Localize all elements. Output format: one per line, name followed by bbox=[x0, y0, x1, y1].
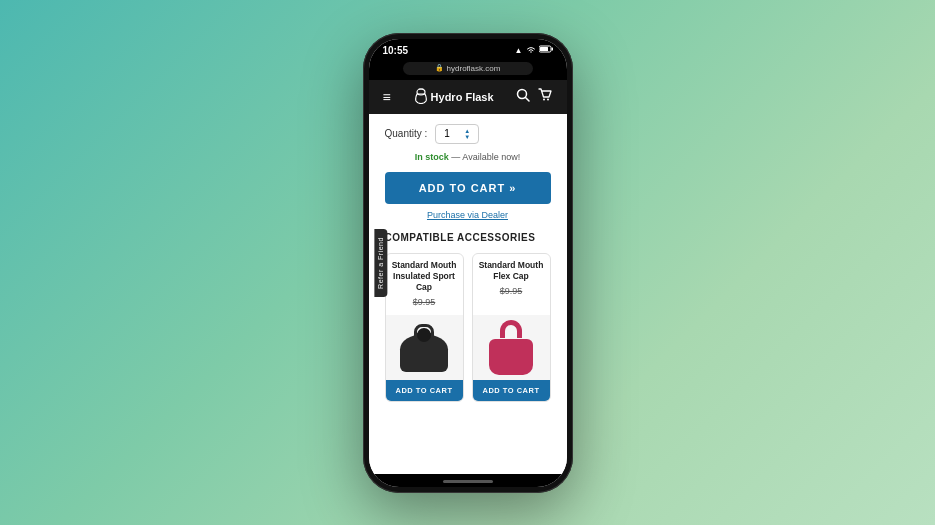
svg-line-6 bbox=[526, 98, 530, 102]
quantity-arrows[interactable]: ▲ ▼ bbox=[464, 128, 470, 140]
quantity-selector[interactable]: 1 ▲ ▼ bbox=[435, 124, 479, 144]
sport-cap-name: Standard Mouth Insulated Sport Cap bbox=[392, 260, 457, 293]
sport-cap-image bbox=[386, 315, 463, 380]
flask-icon bbox=[414, 88, 428, 106]
accessories-grid: Standard Mouth Insulated Sport Cap $9.95 bbox=[385, 253, 551, 402]
accessories-title: COMPATIBLE ACCESSORIES bbox=[385, 232, 551, 243]
add-sport-cap-button[interactable]: ADD TO CART bbox=[386, 380, 463, 401]
flex-cap-image bbox=[473, 315, 550, 380]
brand-logo[interactable]: Hydro Flask bbox=[414, 88, 494, 106]
page-content: Refer a Friend Quantity : 1 ▲ ▼ bbox=[369, 114, 567, 474]
flex-cap-handle bbox=[500, 320, 522, 338]
purchase-dealer-link[interactable]: Purchase via Dealer bbox=[385, 210, 551, 220]
refer-friend-tab[interactable]: Refer a Friend bbox=[374, 229, 387, 297]
sport-cap-visual bbox=[399, 322, 449, 372]
nav-bar: ≡ Hydro Flask bbox=[369, 80, 567, 114]
signal-icon: ▲ bbox=[515, 46, 523, 55]
flex-cap-visual bbox=[486, 320, 536, 375]
sport-cap-spout bbox=[417, 328, 431, 342]
svg-rect-2 bbox=[540, 47, 548, 51]
product-section: Quantity : 1 ▲ ▼ In stock — bbox=[369, 114, 567, 412]
stock-status: In stock — Available now! bbox=[385, 152, 551, 162]
home-indicator bbox=[369, 474, 567, 487]
status-time: 10:55 bbox=[383, 45, 409, 56]
flex-cap-name: Standard Mouth Flex Cap bbox=[479, 260, 544, 282]
svg-point-8 bbox=[547, 99, 549, 101]
flex-cap-price: $9.95 bbox=[479, 286, 544, 296]
add-to-cart-label: ADD TO CART bbox=[419, 182, 506, 194]
flex-cap-body bbox=[489, 339, 533, 375]
quantity-row: Quantity : 1 ▲ ▼ bbox=[385, 124, 551, 144]
brand-name: Hydro Flask bbox=[431, 91, 494, 103]
lock-icon: 🔒 bbox=[435, 64, 444, 72]
search-icon[interactable] bbox=[516, 88, 530, 105]
phone-screen: 10:55 ▲ bbox=[369, 39, 567, 487]
accessory-card-sport-cap: Standard Mouth Insulated Sport Cap $9.95 bbox=[385, 253, 464, 402]
quantity-label: Quantity : bbox=[385, 128, 428, 139]
qty-down-icon[interactable]: ▼ bbox=[464, 134, 470, 140]
svg-point-7 bbox=[543, 99, 545, 101]
add-flex-cap-button[interactable]: ADD TO CART bbox=[473, 380, 550, 401]
stock-dash: — bbox=[451, 152, 462, 162]
status-icons: ▲ bbox=[515, 45, 553, 55]
nav-action-icons bbox=[516, 88, 552, 105]
status-bar: 10:55 ▲ bbox=[369, 39, 567, 60]
url-text: hydroflask.com bbox=[447, 64, 501, 73]
accessory-info-sport-cap: Standard Mouth Insulated Sport Cap $9.95 bbox=[386, 254, 463, 315]
wifi-icon bbox=[526, 45, 536, 55]
url-pill[interactable]: 🔒 hydroflask.com bbox=[403, 62, 533, 75]
cart-arrows-icon: » bbox=[509, 182, 516, 194]
cart-icon[interactable] bbox=[538, 88, 552, 105]
svg-rect-1 bbox=[551, 48, 553, 51]
battery-icon bbox=[539, 45, 553, 55]
accessory-card-flex-cap: Standard Mouth Flex Cap $9.95 ADD TO CAR… bbox=[472, 253, 551, 402]
home-bar bbox=[443, 480, 493, 483]
phone-frame: 10:55 ▲ bbox=[363, 33, 573, 493]
available-text: Available now! bbox=[462, 152, 520, 162]
in-stock-text: In stock bbox=[415, 152, 449, 162]
url-bar: 🔒 hydroflask.com bbox=[369, 60, 567, 80]
hamburger-icon[interactable]: ≡ bbox=[383, 89, 391, 105]
accessory-info-flex-cap: Standard Mouth Flex Cap $9.95 bbox=[473, 254, 550, 315]
add-to-cart-button[interactable]: ADD TO CART » bbox=[385, 172, 551, 204]
quantity-value: 1 bbox=[444, 128, 450, 139]
sport-cap-price: $9.95 bbox=[392, 297, 457, 307]
